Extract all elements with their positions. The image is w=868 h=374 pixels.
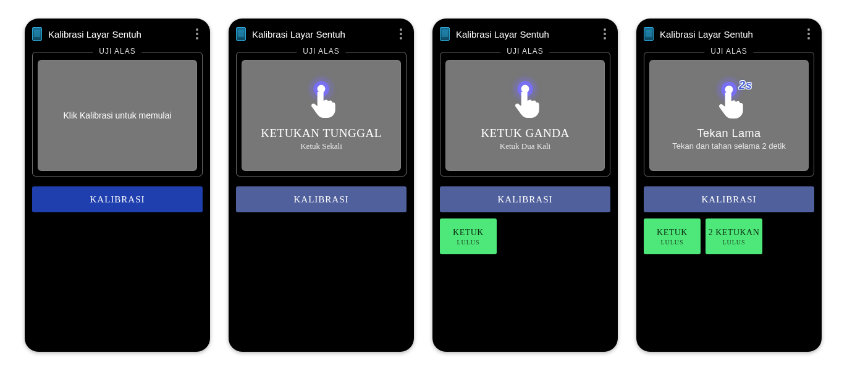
test-pad-frame: UJI ALAS Klik Kalibrasi untuk memulai: [32, 52, 203, 177]
pad-title: KETUK GANDA: [481, 127, 569, 140]
pad-title: Tekan Lama: [697, 127, 761, 140]
app-title: Kalibrasi Layar Sentuh: [456, 29, 599, 39]
pad-label: UJI ALAS: [500, 47, 549, 56]
app-icon: [236, 27, 246, 41]
test-pad-frame: UJI ALAS KETUK GANDA Ketuk Dua Kali: [440, 52, 610, 177]
calibrate-button[interactable]: KALIBRASI: [440, 186, 610, 212]
content-area: UJI ALAS KETUK GANDA Ketuk Dua Kali KALI…: [437, 47, 613, 347]
calibrate-button[interactable]: KALIBRASI: [32, 186, 203, 212]
result-status: LULUS: [457, 239, 479, 246]
phone-screen-2: Kalibrasi Layar Sentuh UJI ALAS KETUKAN …: [229, 19, 414, 352]
result-card-double-tap: 2 KETUKAN LULUS: [706, 218, 762, 254]
pad-subtitle: Ketuk Dua Kali: [500, 141, 550, 151]
pad-subtitle: Ketuk Sekali: [300, 141, 342, 151]
content-area: UJI ALAS KETUKAN TUNGGAL Ketuk Sekali KA…: [234, 47, 409, 347]
overflow-menu-icon[interactable]: [599, 28, 610, 39]
content-area: UJI ALAS Klik Kalibrasi untuk memulai KA…: [30, 47, 205, 347]
app-title: Kalibrasi Layar Sentuh: [252, 29, 395, 39]
content-area: UJI ALAS 2s Tekan Lama Tekan dan tahan s…: [641, 47, 817, 347]
test-pad[interactable]: KETUKAN TUNGGAL Ketuk Sekali: [242, 60, 401, 171]
result-title: 2 KETUKAN: [709, 228, 760, 238]
app-title: Kalibrasi Layar Sentuh: [48, 29, 192, 39]
test-pad-frame: UJI ALAS KETUKAN TUNGGAL Ketuk Sekali: [236, 52, 407, 177]
result-status: LULUS: [660, 239, 683, 246]
long-press-icon: 2s: [709, 80, 749, 120]
test-pad[interactable]: Klik Kalibrasi untuk memulai: [38, 60, 197, 171]
pad-title: KETUKAN TUNGGAL: [261, 127, 382, 140]
test-pad[interactable]: KETUK GANDA Ketuk Dua Kali: [445, 60, 605, 171]
pad-subtitle: Tekan dan tahan selama 2 detik: [672, 141, 786, 151]
pad-label: UJI ALAS: [93, 47, 141, 56]
pad-label: UJI ALAS: [297, 47, 345, 56]
app-title: Kalibrasi Layar Sentuh: [660, 29, 803, 39]
app-icon: [644, 27, 654, 41]
pad-label: UJI ALAS: [704, 47, 753, 56]
tap-icon: [505, 80, 545, 119]
titlebar: Kalibrasi Layar Sentuh: [437, 23, 613, 47]
test-pad-frame: UJI ALAS 2s Tekan Lama Tekan dan tahan s…: [644, 52, 814, 177]
overflow-menu-icon[interactable]: [192, 28, 203, 39]
phone-screen-4: Kalibrasi Layar Sentuh UJI ALAS 2s Tekan…: [636, 19, 822, 352]
pad-message: Klik Kalibrasi untuk memulai: [63, 110, 171, 120]
app-icon: [440, 27, 450, 41]
overflow-menu-icon[interactable]: [803, 28, 814, 39]
phone-screen-3: Kalibrasi Layar Sentuh UJI ALAS KETUK GA…: [432, 19, 618, 352]
calibrate-button[interactable]: KALIBRASI: [236, 186, 407, 212]
result-title: KETUK: [453, 228, 484, 238]
titlebar: Kalibrasi Layar Sentuh: [30, 23, 205, 47]
phone-screen-1: Kalibrasi Layar Sentuh UJI ALAS Klik Kal…: [25, 19, 210, 352]
results-row: KETUK LULUS 2 KETUKAN LULUS: [644, 218, 814, 254]
results-row: KETUK LULUS: [440, 218, 610, 254]
test-pad[interactable]: 2s Tekan Lama Tekan dan tahan selama 2 d…: [649, 60, 809, 171]
tap-icon: [301, 80, 341, 119]
result-card-tap: KETUK LULUS: [644, 218, 701, 254]
titlebar: Kalibrasi Layar Sentuh: [234, 23, 409, 47]
result-status: LULUS: [722, 239, 745, 246]
titlebar: Kalibrasi Layar Sentuh: [641, 23, 817, 47]
app-icon: [32, 27, 42, 41]
calibrate-button[interactable]: KALIBRASI: [644, 186, 814, 212]
overflow-menu-icon[interactable]: [395, 28, 407, 39]
result-card-tap: KETUK LULUS: [440, 218, 497, 254]
result-title: KETUK: [657, 228, 688, 238]
